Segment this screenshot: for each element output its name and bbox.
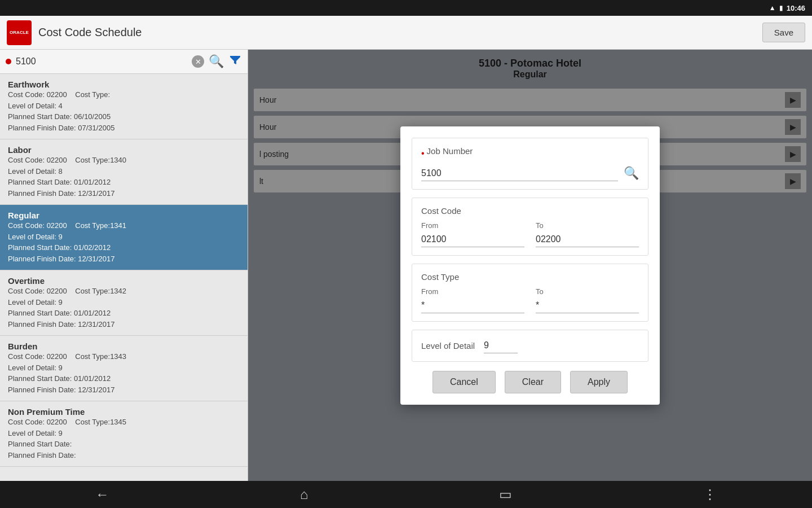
back-button[interactable]: ←	[84, 482, 120, 507]
oracle-branding: ORACLE JD EDWARDS	[0, 467, 248, 481]
cost-code-from-to: From To	[421, 221, 639, 247]
list-item[interactable]: Burden Cost Code: 02200 Cost Type:1343 L…	[0, 336, 248, 401]
cost-code-to-input[interactable]	[536, 232, 639, 247]
right-panel: 5100 - Potomac Hotel Regular Hour ▶ Hour…	[248, 50, 812, 481]
modal-buttons: Cancel Clear Apply	[412, 371, 648, 393]
list-item-detail: Cost Code: 02200 Cost Type:1345 Level of…	[8, 417, 240, 461]
list-item[interactable]: Non Premium Time Cost Code: 02200 Cost T…	[0, 401, 248, 467]
list-item[interactable]: Earthwork Cost Code: 02200 Cost Type: Le…	[0, 74, 248, 139]
list-item-detail: Cost Code: 02200 Cost Type:1343 Level of…	[8, 351, 240, 395]
cancel-button[interactable]: Cancel	[433, 371, 496, 393]
job-number-label: Job Number	[427, 146, 473, 156]
list-item-detail: Cost Code: 02200 Cost Type: Level of Det…	[8, 89, 240, 133]
list-container: Earthwork Cost Code: 02200 Cost Type: Le…	[0, 74, 248, 467]
cost-type-to-label: To	[536, 287, 639, 296]
save-button[interactable]: Save	[762, 23, 805, 42]
cost-type-label: Cost Type	[421, 272, 639, 282]
cost-type-section: Cost Type From To	[412, 264, 648, 322]
cost-type-from-to: From To	[421, 287, 639, 313]
search-input[interactable]	[16, 56, 187, 67]
left-panel: ✕ 🔍 Earthwork Cost Code: 02200 Cost Type…	[0, 50, 248, 481]
list-item-detail: Cost Code: 02200 Cost Type:1340 Level of…	[8, 155, 240, 199]
cost-type-from-input[interactable]	[421, 298, 524, 313]
job-search-icon[interactable]: 🔍	[624, 166, 639, 181]
list-item-title: Labor	[8, 145, 240, 155]
level-of-detail-label: Level of Detail	[421, 341, 475, 351]
wifi-icon: ▲	[769, 4, 776, 12]
cost-code-section: Cost Code From To	[412, 198, 648, 256]
search-button[interactable]: 🔍	[209, 54, 224, 69]
battery-icon: ▮	[779, 4, 783, 12]
more-button[interactable]: ⋮	[692, 482, 728, 507]
search-clear-button[interactable]: ✕	[192, 55, 204, 68]
oracle-logo: ORACLE	[7, 20, 32, 45]
main-area: ✕ 🔍 Earthwork Cost Code: 02200 Cost Type…	[0, 50, 812, 481]
list-item-detail: Cost Code: 02200 Cost Type:1342 Level of…	[8, 286, 240, 330]
modal-overlay: • Job Number 🔍 Cost Code From	[248, 50, 812, 481]
apply-button[interactable]: Apply	[570, 371, 628, 393]
job-number-section: • Job Number 🔍	[412, 138, 648, 190]
clear-button[interactable]: Clear	[505, 371, 561, 393]
cost-type-to-input[interactable]	[536, 298, 639, 313]
bottom-nav: ← ⌂ ▭ ⋮	[0, 481, 812, 508]
filter-button[interactable]	[228, 53, 242, 70]
list-item-title: Regular	[8, 211, 240, 220]
level-of-detail-row: Level of Detail	[421, 338, 639, 353]
job-number-row: 🔍	[421, 166, 639, 181]
list-item-title: Burden	[8, 341, 240, 351]
list-item-title: Overtime	[8, 276, 240, 286]
list-item[interactable]: Labor Cost Code: 02200 Cost Type:1340 Le…	[0, 139, 248, 205]
filter-modal: • Job Number 🔍 Cost Code From	[400, 126, 660, 405]
cost-code-to-label: To	[536, 221, 639, 230]
required-dot	[6, 59, 11, 64]
level-of-detail-input[interactable]	[484, 338, 518, 353]
status-bar: ▲ ▮ 10:46	[0, 0, 812, 16]
oracle-logo-text: ORACLE	[11, 478, 236, 481]
job-required-dot: •	[421, 148, 425, 159]
app-title: Cost Code Schedule	[38, 26, 756, 39]
job-number-input[interactable]	[421, 166, 618, 181]
search-bar: ✕ 🔍	[0, 50, 248, 74]
recent-apps-button[interactable]: ▭	[488, 482, 523, 507]
cost-type-from-label: From	[421, 287, 524, 296]
list-item[interactable]: Regular Cost Code: 02200 Cost Type:1341 …	[0, 205, 248, 270]
list-item-title: Non Premium Time	[8, 407, 240, 417]
level-of-detail-section: Level of Detail	[412, 330, 648, 362]
cost-code-from-input[interactable]	[421, 232, 524, 247]
status-icons: ▲ ▮ 10:46	[769, 4, 805, 12]
status-time: 10:46	[787, 4, 805, 12]
list-item-title: Earthwork	[8, 80, 240, 89]
cost-code-to-col: To	[536, 221, 639, 247]
cost-code-from-label: From	[421, 221, 524, 230]
cost-code-from-col: From	[421, 221, 524, 247]
toolbar: ORACLE Cost Code Schedule Save	[0, 16, 812, 50]
cost-code-label: Cost Code	[421, 206, 639, 216]
cost-type-to-col: To	[536, 287, 639, 313]
home-button[interactable]: ⌂	[289, 482, 320, 507]
list-item[interactable]: Overtime Cost Code: 02200 Cost Type:1342…	[0, 270, 248, 336]
list-item-detail: Cost Code: 02200 Cost Type:1341 Level of…	[8, 220, 240, 264]
cost-type-from-col: From	[421, 287, 524, 313]
